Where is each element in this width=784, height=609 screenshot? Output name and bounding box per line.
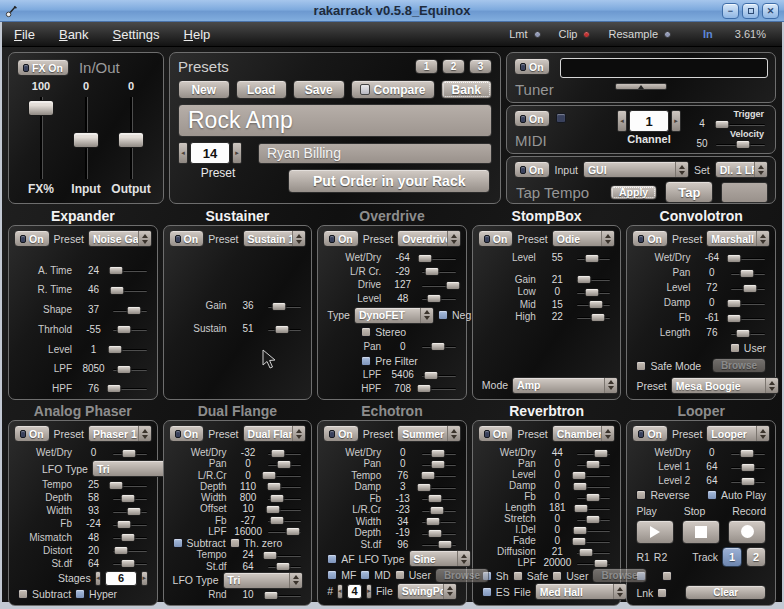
new-button[interactable]: New (178, 80, 230, 99)
reverbtron-stretch-slider[interactable] (576, 514, 612, 524)
convolotron-preset-select[interactable]: Marshall JC (706, 230, 770, 247)
close-button[interactable]: ✕ (762, 3, 779, 19)
convolotron-browse-button[interactable]: Browse (712, 358, 766, 373)
overdrive-wet-dry-slider[interactable] (421, 253, 457, 263)
echotron-spin-value[interactable]: 4 (347, 584, 363, 599)
looper-clear-button[interactable]: Clear (685, 585, 766, 600)
load-button[interactable]: Load (236, 80, 288, 99)
overdrive-stereo-checkbox[interactable] (361, 327, 371, 337)
stompbox-low-slider[interactable] (576, 287, 612, 297)
echotron-md-checkbox[interactable] (360, 570, 370, 580)
expander-on-button[interactable]: On (14, 230, 50, 247)
overdrive-drive-slider[interactable] (421, 280, 457, 290)
echotron-swingpo-select[interactable]: SwingPo (397, 583, 457, 600)
sustainer-preset-select[interactable]: Sustain 1 (243, 230, 307, 247)
echotron-af-checkbox[interactable] (327, 554, 337, 564)
echotron-browse-button[interactable]: Browse (435, 568, 489, 583)
convolotron-mesa-boogie-select[interactable]: Mesa Boogie (671, 377, 779, 394)
overdrive-on-button[interactable]: On (323, 230, 359, 247)
reverbtron-es-checkbox[interactable] (482, 587, 492, 597)
looper-auto-play-checkbox[interactable] (707, 490, 717, 500)
expander-lpf-slider[interactable] (112, 364, 148, 374)
reverbtron-preset-select[interactable]: Chamber (552, 425, 616, 442)
reverbtron-browse-button[interactable]: Browse (592, 568, 646, 583)
reverbtron-level-slider[interactable] (576, 470, 612, 480)
expander-thrhold-slider[interactable] (112, 324, 148, 334)
echotron-depth-slider[interactable] (421, 528, 457, 538)
echotron-wet-dry-slider[interactable] (421, 448, 457, 458)
echotron-tempo-slider[interactable] (421, 470, 457, 480)
echotron-l-r-cr-slider[interactable] (421, 505, 457, 515)
convolotron-pan-slider[interactable] (730, 268, 766, 278)
echotron-st-df-slider[interactable] (421, 539, 457, 549)
dual-flange-st-df-slider[interactable] (267, 561, 303, 571)
reverbtron-safe-checkbox[interactable] (513, 571, 523, 581)
looper-reverse-checkbox[interactable] (636, 490, 646, 500)
reverbtron-i-del-slider[interactable] (576, 525, 612, 535)
analog-phaser-spin-down-button[interactable]: ◂ (95, 571, 102, 586)
overdrive-neg-checkbox[interactable] (438, 310, 448, 320)
tap-button[interactable]: Tap (665, 181, 713, 203)
echotron-fb-slider[interactable] (421, 493, 457, 503)
looper-preset-select[interactable]: Looper (706, 425, 770, 442)
reverbtron-on-button[interactable]: On (478, 425, 514, 442)
memory-3-button[interactable]: 3 (469, 59, 492, 74)
reverbtron-fb-slider[interactable] (576, 492, 612, 502)
analog-phaser-wet-dry-slider[interactable] (112, 448, 148, 458)
reverbtron-diffusion-slider[interactable] (576, 547, 612, 557)
sustainer-gain-slider[interactable] (267, 301, 303, 311)
analog-phaser-tempo-slider[interactable] (112, 480, 148, 490)
overdrive-l-r-cr-slider[interactable] (421, 266, 457, 276)
dual-flange-preset-select[interactable]: Dual Flange (243, 425, 307, 442)
looper-r2-checkbox[interactable] (662, 571, 672, 581)
overdrive-level-slider[interactable] (421, 293, 457, 303)
dual-flange-tempo-slider[interactable] (267, 550, 303, 560)
reverbtron-wet-dry-slider[interactable] (576, 448, 612, 458)
convolotron-level-slider[interactable] (730, 283, 766, 293)
preset-name-field[interactable]: Rock Amp (178, 104, 492, 137)
reverbtron-fade-slider[interactable] (576, 536, 612, 546)
analog-phaser-preset-select[interactable]: Phaser 1 (88, 425, 152, 442)
reverbtron-user-checkbox[interactable] (552, 571, 562, 581)
overdrive-hpf-slider[interactable] (421, 383, 457, 393)
analog-phaser-hyper-checkbox[interactable] (75, 589, 85, 599)
menu-file[interactable]: File (14, 27, 35, 42)
analog-phaser-width-slider[interactable] (112, 506, 148, 516)
looper-on-button[interactable]: On (632, 425, 668, 442)
sustainer-sustain-slider[interactable] (267, 324, 303, 334)
bank-button[interactable]: Bank (441, 80, 493, 99)
dual-flange-wet-dry-slider[interactable] (267, 448, 303, 458)
reverbtron-length-slider[interactable] (576, 503, 612, 513)
looper-lnk-checkbox[interactable] (657, 588, 667, 598)
dual-flange-th-zero-checkbox[interactable] (230, 538, 240, 548)
stompbox-high-slider[interactable] (576, 312, 612, 322)
tap-set-select[interactable]: Dl. 1 LFO 1 (715, 161, 768, 178)
analog-phaser-fb-slider[interactable] (112, 519, 148, 529)
stompbox-gain-slider[interactable] (576, 274, 612, 284)
analog-phaser-depth-slider[interactable] (112, 493, 148, 503)
tuner-on-button[interactable]: On (514, 58, 550, 75)
stompbox-level-slider[interactable] (576, 253, 612, 263)
stompbox-amp-select[interactable]: Amp (512, 377, 618, 394)
midi-on-button[interactable]: On (514, 110, 550, 127)
channel-next-button[interactable]: ▸ (671, 110, 681, 132)
expander-r-time-slider[interactable] (112, 285, 148, 295)
trigger-slider[interactable] (715, 119, 766, 129)
dual-flange-l-r-cr-slider[interactable] (267, 470, 303, 480)
analog-phaser-distort-slider[interactable] (112, 545, 148, 555)
expander-level-slider[interactable] (112, 344, 148, 354)
echotron-on-button[interactable]: On (323, 425, 359, 442)
preset-prev-button[interactable]: ◂ (178, 142, 188, 164)
echotron-user-checkbox[interactable] (395, 570, 405, 580)
dual-flange-rnd-slider[interactable] (267, 590, 303, 600)
looper-track-2-button[interactable]: 2 (746, 547, 766, 567)
tap-on-button[interactable]: On (514, 161, 550, 178)
analog-phaser-on-button[interactable]: On (14, 425, 50, 442)
reverbtron-damp-slider[interactable] (576, 481, 612, 491)
tap-input-select[interactable]: GUI (583, 161, 689, 178)
reverbtron-pan-slider[interactable] (576, 459, 612, 469)
convolotron-on-button[interactable]: On (632, 230, 668, 247)
dual-flange-tri-select[interactable]: Tri (223, 572, 303, 589)
looper-wet-dry-slider[interactable] (730, 448, 766, 458)
echotron-pan-slider[interactable] (421, 459, 457, 469)
